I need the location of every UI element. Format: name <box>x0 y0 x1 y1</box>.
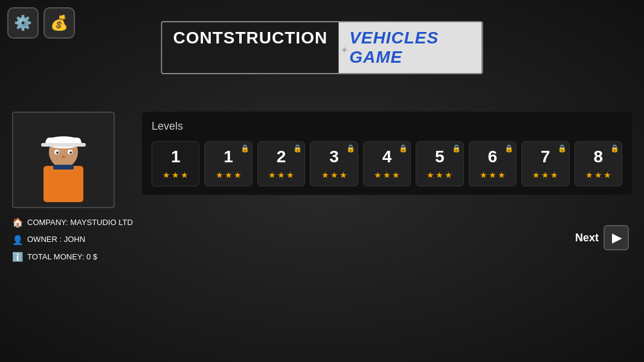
star-icon: ★ <box>330 170 338 180</box>
star-icon: ★ <box>550 170 558 180</box>
star-icon: ★ <box>594 170 602 180</box>
levels-title: Levels <box>152 120 622 133</box>
level-card-8[interactable]: 🔒7★★★ <box>521 141 569 186</box>
level-number: 7 <box>541 148 550 167</box>
svg-point-10 <box>62 156 65 158</box>
level-stars: ★★★ <box>268 170 294 180</box>
owner-label: OWNER : JOHN <box>27 232 85 247</box>
svg-rect-0 <box>43 166 83 202</box>
game-logo: Contstruction Vehicles Game <box>161 21 483 74</box>
star-icon: ★ <box>436 170 443 180</box>
star-icon: ★ <box>216 170 224 180</box>
settings-button[interactable]: ⚙️ <box>7 7 39 39</box>
star-icon: ★ <box>445 170 452 180</box>
lock-icon: 🔒 <box>452 144 461 153</box>
company-icon: 🏠 <box>12 214 24 232</box>
lock-icon: 🔒 <box>240 144 250 153</box>
star-icon: ★ <box>234 170 242 180</box>
owner-row: 👤 OWNER : JOHN <box>12 232 133 249</box>
level-stars: ★★★ <box>374 170 400 180</box>
star-icon: ★ <box>374 170 382 180</box>
lock-icon: 🔒 <box>399 144 408 153</box>
star-icon: ★ <box>321 170 329 180</box>
star-icon: ★ <box>286 170 294 180</box>
level-stars: ★★★ <box>321 170 347 180</box>
star-icon: ★ <box>480 170 488 180</box>
money-row: ℹ️ TOTAL MONEY: 0 $ <box>12 249 133 266</box>
levels-panel: Levels 1★★★🔒1★★★🔒2★★★🔒3★★★🔒4★★★🔒5★★★🔒6★★… <box>142 112 632 195</box>
star-icon: ★ <box>277 170 285 180</box>
level-number: 6 <box>488 148 498 167</box>
level-stars: ★★★ <box>163 170 188 180</box>
level-card-3[interactable]: 🔒2★★★ <box>257 141 305 186</box>
company-label: COMPANY: MAYSTUDIO LTD <box>27 215 133 230</box>
level-stars: ★★★ <box>480 170 506 180</box>
owner-icon: 👤 <box>12 232 24 249</box>
company-row: 🏠 COMPANY: MAYSTUDIO LTD <box>12 214 133 232</box>
levels-grid: 1★★★🔒1★★★🔒2★★★🔒3★★★🔒4★★★🔒5★★★🔒6★★★🔒7★★★🔒… <box>152 141 622 186</box>
level-stars: ★★★ <box>427 170 452 180</box>
star-icon: ★ <box>172 170 179 180</box>
level-card-2[interactable]: 🔒1★★★ <box>204 141 252 186</box>
level-stars: ★★★ <box>216 170 242 180</box>
player-panel: 🏠 COMPANY: MAYSTUDIO LTD 👤 OWNER : JOHN … <box>12 112 133 266</box>
next-button[interactable]: Next ▶ <box>575 225 629 250</box>
level-number: 3 <box>329 148 339 167</box>
next-button-label: Next <box>575 232 599 244</box>
star-icon: ★ <box>383 170 391 180</box>
svg-rect-11 <box>53 165 74 170</box>
lock-icon: 🔒 <box>293 144 302 153</box>
svg-rect-5 <box>41 143 86 147</box>
money-icon: ℹ️ <box>12 249 24 266</box>
level-number: 2 <box>277 148 286 167</box>
level-card-1[interactable]: 1★★★ <box>152 141 199 186</box>
level-card-6[interactable]: 🔒5★★★ <box>416 141 463 186</box>
svg-point-9 <box>69 151 72 154</box>
lock-icon: 🔒 <box>610 144 619 153</box>
logo-right-text: Vehicles Game <box>338 22 481 73</box>
next-arrow-icon: ▶ <box>604 225 629 250</box>
star-icon: ★ <box>489 170 497 180</box>
level-number: 5 <box>435 148 445 167</box>
lock-icon: 🔒 <box>504 144 514 153</box>
level-number: 1 <box>224 148 233 167</box>
level-stars: ★★★ <box>532 170 558 180</box>
logo-left-text: Contstruction <box>163 22 339 73</box>
player-avatar <box>12 112 115 208</box>
star-icon: ★ <box>585 170 593 180</box>
level-card-5[interactable]: 🔒4★★★ <box>363 141 411 186</box>
level-card-4[interactable]: 🔒3★★★ <box>310 141 358 186</box>
star-icon: ★ <box>532 170 540 180</box>
lock-icon: 🔒 <box>558 144 567 153</box>
top-buttons-container: ⚙️ 💰 <box>7 7 75 39</box>
star-icon: ★ <box>340 170 347 180</box>
money-label: TOTAL MONEY: 0 $ <box>27 250 97 265</box>
svg-point-8 <box>56 151 59 154</box>
star-icon: ★ <box>392 170 400 180</box>
star-icon: ★ <box>498 170 506 180</box>
level-number: 4 <box>382 148 392 167</box>
level-card-9[interactable]: 🔒8★★★ <box>575 141 622 186</box>
currency-button[interactable]: 💰 <box>43 7 75 39</box>
star-icon: ★ <box>541 170 549 180</box>
lock-icon: 🔒 <box>346 144 355 153</box>
star-icon: ★ <box>427 170 434 180</box>
star-icon: ★ <box>163 170 170 180</box>
star-icon: ★ <box>268 170 276 180</box>
level-number: 1 <box>171 148 181 167</box>
level-number: 8 <box>593 148 603 167</box>
star-icon: ★ <box>225 170 233 180</box>
level-stars: ★★★ <box>585 170 611 180</box>
star-icon: ★ <box>181 170 188 180</box>
player-info: 🏠 COMPANY: MAYSTUDIO LTD 👤 OWNER : JOHN … <box>12 214 133 266</box>
star-icon: ★ <box>604 170 611 180</box>
level-card-7[interactable]: 🔒6★★★ <box>469 141 517 186</box>
